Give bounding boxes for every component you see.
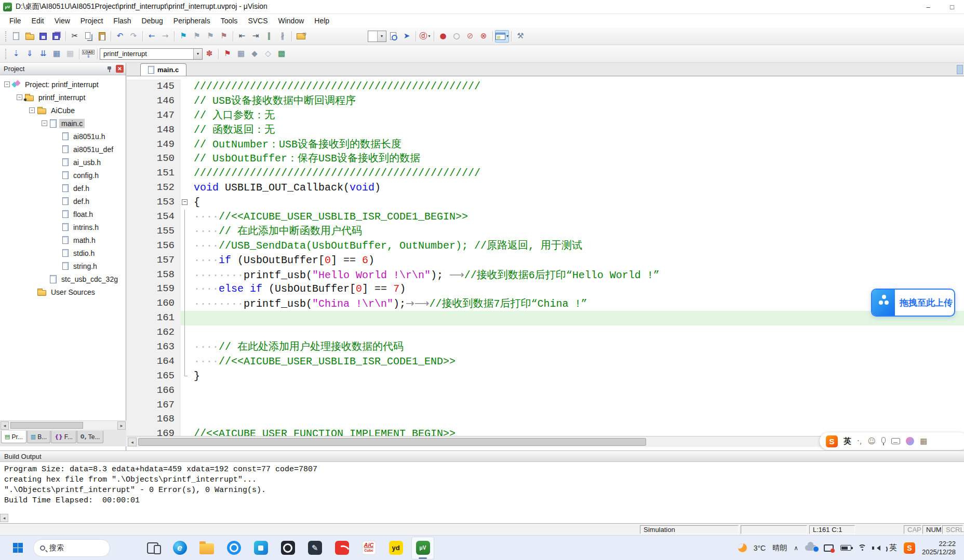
cloud-sync-icon[interactable] — [805, 545, 817, 551]
close-panel-button[interactable]: ✕ — [116, 65, 124, 73]
scroll-left-icon[interactable]: ◂ — [128, 438, 137, 446]
tree-item-stc-usb-cdc-32g[interactable]: stc_usb_cdc_32g — [0, 272, 126, 285]
pin-icon[interactable] — [106, 66, 113, 72]
functions-button[interactable]: ◇ — [261, 48, 275, 60]
find-in-files-button[interactable] — [294, 30, 307, 43]
tree-item-ai8051u-h[interactable]: ai8051u.h — [0, 130, 126, 143]
options-for-target-button[interactable]: ✽ — [203, 48, 216, 60]
tree-item-string-h[interactable]: string.h — [0, 259, 126, 272]
code-line-168[interactable]: 168 — [127, 412, 964, 427]
find-in-document-button[interactable] — [386, 30, 400, 43]
menu-peripherals[interactable]: Peripherals — [168, 15, 216, 26]
window-layout-button[interactable]: ▾ — [495, 30, 509, 43]
code-line-148[interactable]: 148// 函数返回：无 — [127, 123, 964, 138]
file-extensions-button[interactable]: ▦ — [234, 48, 248, 60]
menu-tools[interactable]: Tools — [216, 15, 243, 26]
weather-condition[interactable]: 晴朗 — [772, 543, 787, 553]
taskbar-file-explorer[interactable] — [195, 537, 218, 559]
taskbar-clock[interactable]: 22:22 2025/12/28 — [922, 540, 956, 556]
expander-icon[interactable]: − — [4, 81, 10, 87]
scrollbar-thumb[interactable] — [138, 438, 646, 446]
code-line-145[interactable]: 145/////////////////////////////////////… — [127, 79, 964, 94]
code-view[interactable]: 145/////////////////////////////////////… — [127, 76, 964, 436]
weather-moon-icon[interactable] — [738, 543, 747, 552]
manage-project-items-button[interactable]: ⚑ — [221, 48, 234, 60]
comment-selection-button[interactable]: ∥ — [262, 30, 276, 43]
maximize-button[interactable]: □ — [940, 0, 964, 13]
code-line-165[interactable]: 165} — [127, 369, 964, 384]
run-to-cursor-button[interactable]: ➤ — [400, 30, 413, 43]
target-select-dropdown-icon[interactable]: ▾ — [193, 49, 202, 59]
menu-svcs[interactable]: SVCS — [243, 15, 273, 26]
build-button[interactable]: ⇓ — [23, 48, 36, 60]
expander-icon[interactable]: − — [42, 120, 47, 126]
tree-item-stdio-h[interactable]: stdio.h — [0, 247, 126, 259]
kill-all-breakpoints-button[interactable]: ⊗ — [477, 30, 490, 43]
taskbar-aicube[interactable]: AiCCube — [357, 537, 380, 559]
enable-disable-breakpoint-button[interactable]: ○ — [450, 30, 463, 43]
code-line-167[interactable]: 167 — [127, 398, 964, 413]
weather-temp[interactable]: 3°C — [754, 544, 766, 552]
project-panel-hscrollbar[interactable]: ◂ ▸ — [0, 420, 126, 430]
ime-skin-icon[interactable] — [906, 437, 914, 445]
taskbar-widget-cooking[interactable] — [114, 537, 137, 559]
sogou-logo-icon[interactable]: S — [826, 435, 838, 447]
disable-all-breakpoints-button[interactable]: ⊘ — [463, 30, 477, 43]
taskbar-app-music[interactable] — [330, 537, 353, 559]
build-output-log[interactable]: Program Size: data=8.3 edata+hdata=459 x… — [0, 462, 964, 523]
quick-find-combo[interactable]: ▾ — [368, 31, 386, 42]
prev-bookmark-button[interactable]: ⚑ — [190, 30, 204, 43]
menu-debug[interactable]: Debug — [137, 15, 168, 26]
translate-file-button[interactable]: ⇣ — [9, 48, 23, 60]
menu-project[interactable]: Project — [75, 15, 109, 26]
soft-keyboard-icon[interactable] — [891, 438, 900, 444]
code-line-153[interactable]: 153−{ — [127, 195, 964, 210]
download-button[interactable]: LOAD⇓ — [82, 48, 95, 60]
taskbar-app-teal[interactable] — [249, 537, 272, 559]
insert-breakpoint-button[interactable]: ● — [436, 30, 450, 43]
taskbar-search[interactable]: 搜索 — [33, 539, 110, 557]
tree-item-def-h[interactable]: def.h — [0, 182, 126, 195]
tree-item-math-h[interactable]: math.h — [0, 234, 126, 247]
menu-view[interactable]: View — [49, 15, 75, 26]
code-line-150[interactable]: 150// UsbOutBuffer：保存USB设备接收到的数据 — [127, 152, 964, 166]
taskbar-app-recorder[interactable] — [276, 537, 299, 559]
emoji-icon[interactable]: ☺ — [868, 436, 876, 446]
stop-build-button[interactable]: ▦ — [63, 48, 77, 60]
tree-item-float-h[interactable]: float.h — [0, 208, 126, 221]
build-output-scroll-left-icon[interactable]: ◂ — [0, 514, 8, 522]
panel-tab-pr[interactable]: ▤Pr... — [1, 431, 26, 443]
books-button[interactable]: ◆ — [248, 48, 261, 60]
wifi-icon[interactable] — [858, 544, 867, 551]
scrollbar-thumb[interactable] — [10, 422, 83, 429]
ime-more-icon[interactable]: ▦ — [920, 436, 927, 446]
sogou-tray-icon[interactable]: S — [904, 542, 915, 554]
start-stop-debug-button[interactable]: ⓓ▾ — [418, 30, 432, 43]
new-file-button[interactable] — [9, 30, 23, 43]
tree-item-def-h[interactable]: def.h — [0, 195, 126, 208]
taskbar-task-view[interactable] — [141, 537, 164, 559]
menu-window[interactable]: Window — [273, 15, 310, 26]
code-line-154[interactable]: 154····//<<AICUBE_USER_USBLIB_ISR_CODE1_… — [127, 210, 964, 224]
panel-tab-f[interactable]: {}F... — [51, 431, 76, 443]
scroll-right-icon[interactable]: ▸ — [117, 421, 126, 430]
copy-button[interactable] — [82, 30, 95, 43]
window-layout-dropdown-icon[interactable]: ▾ — [506, 34, 508, 38]
taskbar-app-blue[interactable] — [222, 537, 245, 559]
cut-button[interactable]: ✂ — [68, 30, 82, 43]
menu-help[interactable]: Help — [309, 15, 334, 26]
templates-button[interactable]: ▩ — [275, 48, 288, 60]
tab-main-c[interactable]: main.c — [140, 63, 186, 76]
tree-item-printf-interrupt[interactable]: −printf_interrupt — [0, 91, 126, 104]
start-stop-debug-dropdown-icon[interactable]: ▾ — [428, 34, 430, 38]
build-output-header[interactable]: Build Output — [0, 450, 964, 462]
target-select[interactable]: printf_interrupt▾ — [100, 48, 203, 60]
baidu-netdisk-upload-overlay[interactable]: 拖拽至此上传 — [871, 289, 955, 317]
code-line-152[interactable]: 152void USBLIB_OUT_Callback(void) — [127, 181, 964, 195]
nav-back-button[interactable]: ← — [145, 30, 158, 43]
save-button[interactable] — [36, 30, 50, 43]
taskbar-uvision[interactable]: μV — [411, 537, 434, 559]
code-line-159[interactable]: 159····else if (UsbOutBuffer[0] == 7) — [127, 282, 964, 296]
code-line-161[interactable]: 161 — [127, 311, 964, 325]
screen-cast-icon[interactable] — [824, 544, 834, 552]
